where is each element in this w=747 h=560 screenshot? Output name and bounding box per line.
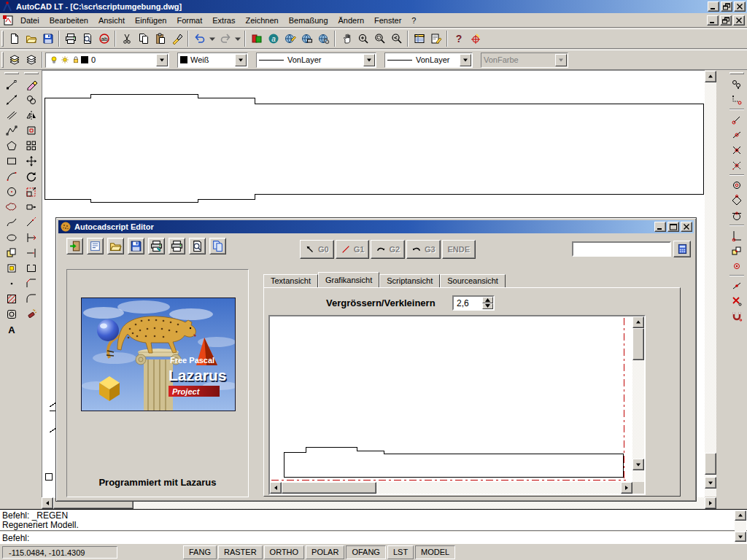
save-button[interactable] [39, 31, 56, 47]
color-combo-dropdown[interactable] [235, 54, 247, 66]
perpendicular-button[interactable] [729, 228, 745, 243]
menu-?[interactable]: ? [406, 14, 421, 27]
editor-ende-button[interactable]: ENDE [442, 240, 476, 259]
array-button[interactable] [23, 138, 39, 153]
toolbar-grip[interactable] [1, 31, 4, 47]
text-button[interactable]: A [4, 322, 20, 337]
canvas-scroll-left[interactable] [270, 482, 282, 494]
lock-button[interactable] [70, 54, 81, 66]
rectangle-button[interactable] [4, 153, 20, 168]
spline-button[interactable] [4, 214, 20, 230]
command-scroll-down[interactable] [735, 532, 746, 542]
properties-button[interactable] [427, 31, 444, 47]
ellipse-button[interactable] [4, 230, 20, 245]
scale-button[interactable] [23, 184, 39, 199]
calculator-button[interactable] [673, 241, 691, 257]
layer-combo[interactable]: 0 [45, 52, 169, 68]
offset-button[interactable] [23, 122, 39, 138]
redo-menu-button[interactable] [233, 31, 242, 47]
exit-button[interactable] [66, 238, 83, 254]
lineweight-combo-dropdown[interactable] [460, 54, 471, 66]
editor-maximize-button[interactable] [667, 222, 679, 232]
tab-sourceansicht[interactable]: Sourceansicht [440, 274, 506, 287]
osnap-settings-button[interactable] [729, 308, 745, 324]
layers-2-button[interactable] [23, 52, 39, 68]
toolbar-grip[interactable] [729, 72, 744, 74]
today-button[interactable] [248, 31, 265, 47]
trim-button[interactable] [23, 230, 39, 245]
line-button[interactable] [4, 77, 20, 92]
copy-object-button[interactable] [23, 92, 39, 107]
editor-g1-button[interactable]: G1 [336, 240, 370, 259]
canvas-scroll-down[interactable] [632, 459, 644, 470]
lengthen-button[interactable] [23, 214, 39, 230]
fillet-button[interactable] [23, 291, 39, 306]
editor-canvas[interactable] [268, 315, 646, 495]
midpoint-button[interactable] [729, 127, 745, 142]
tab-textansicht[interactable]: Textansicht [263, 274, 318, 287]
multiline-button[interactable] [4, 107, 20, 122]
lineweight-combo[interactable]: VonLayer [384, 52, 473, 68]
document-minimize-button[interactable] [707, 15, 719, 26]
print-button[interactable] [169, 238, 185, 254]
zoom-previous-button[interactable] [388, 31, 405, 47]
tab-scriptansicht[interactable]: Scriptansicht [379, 274, 440, 287]
print-button[interactable] [62, 31, 79, 47]
break-button[interactable] [23, 260, 39, 276]
move-button[interactable] [23, 153, 39, 168]
layer-combo-dropdown[interactable] [156, 54, 168, 66]
construction-line-button[interactable] [4, 92, 20, 107]
linetype-combo[interactable]: VonLayer [256, 52, 376, 68]
status-toggle-raster[interactable]: RASTER [218, 545, 263, 559]
tab-grafikansicht[interactable]: Grafikansicht [318, 272, 379, 287]
window-close-button[interactable] [734, 1, 746, 12]
scroll-left-button[interactable] [42, 497, 53, 509]
undo-button[interactable] [191, 31, 208, 47]
redo-button[interactable] [217, 31, 233, 47]
polyline-button[interactable] [4, 122, 20, 138]
menu-bemaung[interactable]: Bemaßung [284, 14, 333, 27]
status-toggle-ofang[interactable]: OFANG [346, 545, 386, 559]
make-block-button[interactable] [4, 260, 20, 276]
status-toggle-lst[interactable]: LST [387, 545, 414, 559]
canvas-scroll-up[interactable] [632, 316, 644, 328]
mirror-button[interactable] [23, 107, 39, 122]
designcenter-button[interactable] [411, 31, 427, 47]
help-button[interactable]: ? [450, 31, 467, 47]
zoom-spin-edit[interactable]: 2,6 [452, 295, 495, 311]
open-button[interactable] [107, 238, 124, 254]
layers-button[interactable] [6, 52, 23, 68]
publish-web-button[interactable] [282, 31, 298, 47]
match-properties-button[interactable] [169, 31, 185, 47]
bulb-button[interactable] [48, 54, 59, 66]
editor-g0-button[interactable]: G0 [300, 240, 334, 259]
insert-block-button[interactable] [4, 245, 20, 260]
hyperlink-button[interactable] [315, 31, 332, 47]
color-combo[interactable]: Weiß [177, 52, 248, 68]
window-restore-button[interactable] [721, 1, 732, 12]
hatch-button[interactable] [4, 291, 20, 306]
command-scroll-up[interactable] [735, 510, 746, 521]
etransmit-button[interactable] [298, 31, 315, 47]
copy-pages-button[interactable] [209, 238, 226, 254]
drawing-vscrollbar[interactable] [705, 71, 716, 497]
tangent-button[interactable] [729, 208, 745, 223]
menu-datei[interactable]: Datei [15, 14, 44, 27]
open-button[interactable] [23, 31, 39, 47]
spin-down-button[interactable] [482, 303, 493, 310]
command-scrollbar[interactable] [735, 510, 746, 543]
point-a-button[interactable]: a [265, 31, 282, 47]
menu-ansicht[interactable]: Ansicht [93, 14, 130, 27]
command-window[interactable]: Befehl: _REGENRegeneriert Modell. Befehl… [0, 509, 747, 543]
status-toggle-fang[interactable]: FANG [183, 545, 217, 559]
polygon-button[interactable] [4, 138, 20, 153]
stretch-button[interactable] [23, 199, 39, 214]
chamfer-button[interactable] [23, 276, 39, 291]
editor-close-button[interactable] [681, 222, 692, 232]
menu-zeichnen[interactable]: Zeichnen [240, 14, 283, 27]
intersection-button[interactable] [729, 142, 745, 158]
menu-extras[interactable]: Extras [207, 14, 240, 27]
pan-button[interactable] [338, 31, 355, 47]
copy-button[interactable] [135, 31, 152, 47]
endpoint-button[interactable] [729, 112, 745, 127]
